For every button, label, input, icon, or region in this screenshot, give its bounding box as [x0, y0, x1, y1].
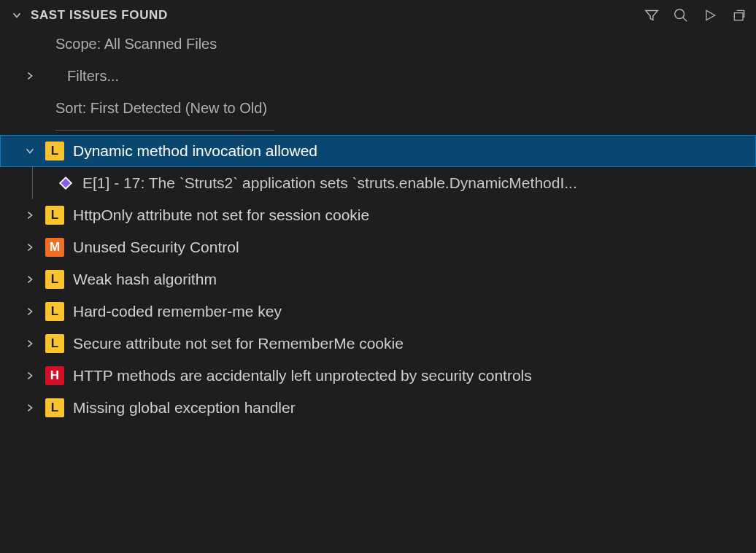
svg-rect-1 [734, 13, 743, 20]
svg-rect-2 [60, 177, 72, 189]
issue-row[interactable]: L Dynamic method invocation allowed [0, 135, 756, 167]
issue-row[interactable]: H HTTP methods are accidentally left unp… [0, 360, 756, 392]
issue-label: Secure attribute not set for RememberMe … [73, 335, 404, 352]
issue-row[interactable]: L Weak hash algorithm [0, 263, 756, 295]
issue-label: Hard-coded remember-me key [73, 303, 282, 320]
scope-row[interactable]: Scope: All Scanned Files [0, 28, 756, 60]
divider [55, 130, 274, 131]
panel-title: SAST ISSUES FOUND [31, 8, 168, 23]
issue-detail-row[interactable]: E[1] - 17: The `Struts2` application set… [0, 167, 756, 199]
sast-issues-panel: SAST ISSUES FOUND Scope: All Scanned Fil… [0, 0, 756, 553]
panel-header: SAST ISSUES FOUND [0, 0, 756, 28]
issue-row[interactable]: L Hard-coded remember-me key [0, 295, 756, 328]
finding-icon [58, 175, 74, 191]
panel-header-left[interactable]: SAST ISSUES FOUND [10, 8, 168, 23]
issue-row[interactable]: M Unused Security Control [0, 231, 756, 263]
issue-detail-text: E[1] - 17: The `Struts2` application set… [82, 174, 756, 192]
severity-badge-low: L [45, 398, 64, 417]
sort-row[interactable]: Sort: First Detected (New to Old) [0, 92, 756, 124]
panel-actions [644, 7, 747, 23]
issue-label: HttpOnly attribute not set for session c… [73, 206, 369, 224]
tree-guide [32, 167, 33, 199]
chevron-right-icon [23, 337, 36, 350]
issue-label: Missing global exception handler [73, 399, 296, 417]
filters-row[interactable]: Filters... [0, 60, 756, 92]
chevron-right-icon [23, 305, 36, 318]
chevron-right-icon [23, 69, 36, 82]
issue-label: HTTP methods are accidentally left unpro… [73, 367, 532, 384]
chevron-right-icon [23, 241, 36, 254]
chevron-right-icon [23, 369, 36, 382]
issue-row[interactable]: L Secure attribute not set for RememberM… [0, 328, 756, 360]
chevron-right-icon [23, 401, 36, 414]
sort-label: Sort: First Detected (New to Old) [55, 100, 267, 117]
issue-label: Unused Security Control [73, 239, 239, 256]
search-icon[interactable] [673, 7, 689, 23]
scope-label: Scope: All Scanned Files [55, 36, 217, 53]
issue-row[interactable]: L HttpOnly attribute not set for session… [0, 199, 756, 231]
severity-badge-medium: M [45, 238, 64, 257]
severity-badge-low: L [45, 142, 64, 161]
severity-badge-low: L [45, 270, 64, 289]
chevron-right-icon [23, 209, 36, 222]
filters-label: Filters... [67, 68, 119, 85]
severity-badge-low: L [45, 302, 64, 321]
chevron-right-icon [23, 273, 36, 286]
issue-label: Weak hash algorithm [73, 271, 217, 288]
collapse-all-icon[interactable] [731, 7, 747, 23]
severity-badge-low: L [45, 334, 64, 353]
chevron-down-icon [23, 144, 36, 158]
issue-row[interactable]: L Missing global exception handler [0, 392, 756, 424]
issue-label: Dynamic method invocation allowed [73, 142, 317, 160]
run-icon[interactable] [702, 7, 718, 23]
filter-icon[interactable] [644, 7, 660, 23]
severity-badge-low: L [45, 206, 64, 225]
severity-badge-high: H [45, 366, 64, 385]
panel-collapse-icon[interactable] [10, 9, 23, 22]
svg-point-0 [675, 9, 684, 19]
